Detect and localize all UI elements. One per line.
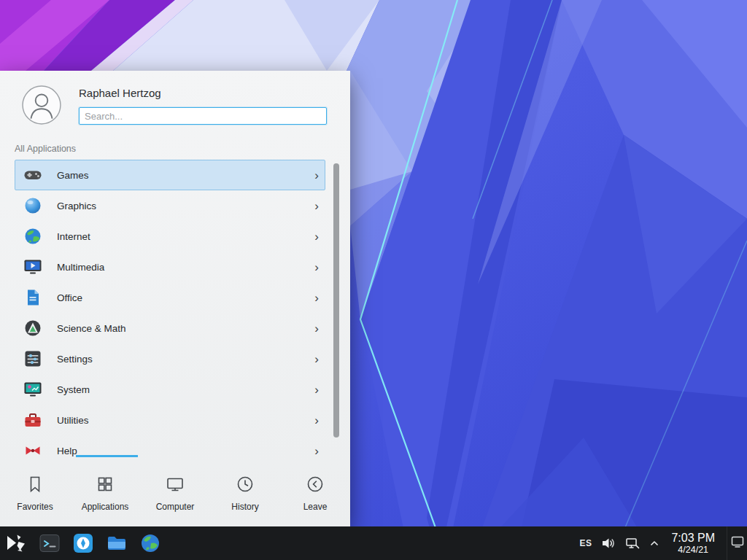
category-label: Science & Math: [57, 323, 126, 334]
tab-applications[interactable]: Applications: [70, 459, 140, 526]
category-science-math[interactable]: Science & Math ›: [15, 313, 325, 343]
computer-icon: [166, 475, 185, 497]
list-scrollbar[interactable]: [333, 163, 339, 438]
volume-icon[interactable]: [601, 536, 616, 551]
taskbar: ES 7:03: [0, 526, 747, 560]
app-launcher-button[interactable]: [4, 531, 28, 556]
chevron-right-icon: ›: [314, 445, 319, 457]
file-manager-task-icon[interactable]: [105, 531, 128, 556]
sliders-icon: [23, 349, 42, 368]
gamepad-icon: [23, 166, 42, 184]
help-icon: [23, 441, 42, 459]
app-category-list: Games › Graphics ›: [0, 160, 350, 459]
launcher-tabbar: Favorites Applications: [0, 459, 350, 526]
terminal-task-icon[interactable]: [38, 531, 61, 556]
category-graphics[interactable]: Graphics ›: [15, 190, 325, 221]
chevron-right-icon: ›: [314, 200, 319, 212]
category-system[interactable]: System ›: [15, 374, 325, 405]
system-tray: ES 7:03: [579, 526, 747, 560]
application-launcher-menu: Raphael Hertzog All Applications Games ›: [0, 71, 350, 526]
category-settings[interactable]: Settings ›: [15, 343, 325, 374]
history-clock-icon: [236, 475, 255, 497]
media-screen-icon: [23, 257, 42, 276]
user-avatar[interactable]: [22, 85, 61, 125]
keyboard-layout-indicator[interactable]: ES: [579, 538, 592, 548]
chevron-right-icon: ›: [314, 230, 319, 243]
category-label: Graphics: [57, 201, 96, 211]
digital-clock[interactable]: 7:03 PM 4/24/21: [671, 532, 715, 556]
toolbox-icon: [23, 411, 42, 429]
paint-sphere-icon: [23, 196, 42, 215]
category-multimedia[interactable]: Multimedia ›: [15, 252, 325, 282]
chevron-right-icon: ›: [314, 322, 319, 335]
search-input[interactable]: [79, 107, 327, 125]
tray-expander-caret-icon[interactable]: [649, 538, 659, 548]
web-browser-task-icon[interactable]: [139, 531, 162, 556]
system-monitor-icon: [23, 380, 42, 399]
tab-label: Favorites: [17, 502, 53, 512]
clock-date: 4/24/21: [671, 545, 715, 555]
category-label: Games: [57, 170, 89, 181]
chevron-right-icon: ›: [314, 384, 319, 396]
category-utilities[interactable]: Utilities ›: [15, 405, 325, 435]
tab-history[interactable]: History: [210, 459, 280, 526]
app-grid-icon: [96, 475, 115, 497]
taskbar-left: [4, 531, 162, 556]
chevron-right-icon: ›: [314, 261, 319, 273]
chevron-right-icon: ›: [314, 414, 319, 427]
section-label: All Applications: [15, 144, 76, 154]
category-help[interactable]: Help ›: [15, 435, 325, 459]
tab-label: Applications: [82, 502, 129, 512]
category-label: Settings: [57, 354, 93, 365]
show-desktop-icon: [731, 536, 744, 551]
tab-label: Computer: [156, 502, 195, 512]
category-label: System: [57, 384, 90, 395]
leave-icon: [306, 475, 325, 497]
category-office[interactable]: Office ›: [15, 282, 325, 313]
category-games[interactable]: Games ›: [15, 160, 325, 190]
chevron-right-icon: ›: [314, 292, 319, 304]
bookmark-icon: [26, 475, 44, 497]
desktop: Raphael Hertzog All Applications Games ›: [0, 0, 747, 560]
globe-icon: [23, 227, 42, 246]
user-name: Raphael Hertzog: [79, 87, 161, 99]
active-tab-indicator: [76, 455, 138, 457]
tab-label: History: [231, 502, 258, 512]
clock-time: 7:03 PM: [671, 532, 715, 545]
flask-icon: [23, 319, 42, 338]
tab-label: Leave: [303, 502, 328, 512]
category-label: Internet: [57, 231, 90, 242]
software-center-task-icon[interactable]: [71, 531, 95, 556]
network-icon[interactable]: [625, 536, 640, 551]
tab-favorites[interactable]: Favorites: [0, 459, 70, 526]
category-label: Help: [57, 446, 77, 456]
category-label: Office: [57, 292, 82, 303]
tab-leave[interactable]: Leave: [280, 459, 350, 526]
tab-computer[interactable]: Computer: [140, 459, 210, 526]
chevron-right-icon: ›: [314, 353, 319, 365]
category-label: Multimedia: [57, 262, 104, 273]
category-label: Utilities: [57, 415, 89, 426]
document-icon: [23, 288, 42, 307]
show-desktop-button[interactable]: [727, 526, 747, 560]
category-internet[interactable]: Internet ›: [15, 221, 325, 252]
chevron-right-icon: ›: [314, 169, 319, 182]
